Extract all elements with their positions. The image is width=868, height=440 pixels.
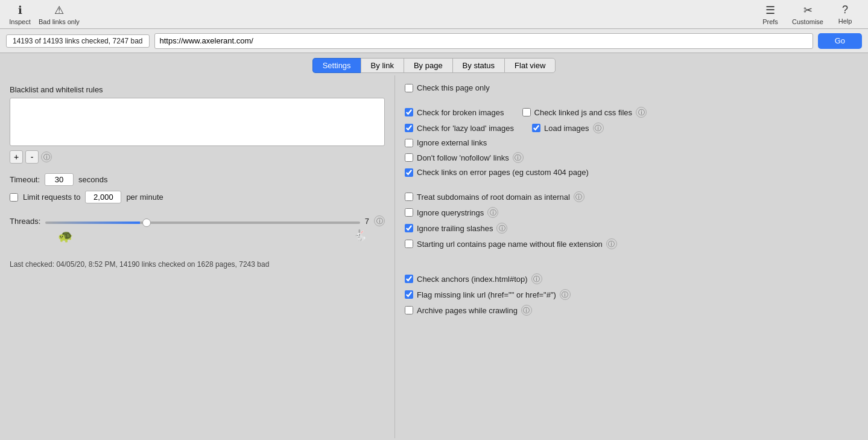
prefs-button[interactable]: ☰ Prefs	[752, 1, 788, 28]
check-linked-js-css-checkbox[interactable]	[522, 108, 531, 116]
limit-requests-checkbox[interactable]	[10, 193, 18, 202]
starting-url-checkbox[interactable]	[405, 240, 413, 248]
ignore-external-checkbox[interactable]	[405, 139, 413, 147]
go-button[interactable]: Go	[818, 33, 862, 49]
starting-url-info-button[interactable]: ⓘ	[606, 238, 617, 249]
check-broken-images-checkbox[interactable]	[405, 108, 413, 116]
fast-icon: 🐇	[353, 229, 367, 243]
prefs-label: Prefs	[762, 18, 778, 25]
ignore-trailing-slashes-label: Ignore trailing slashes	[417, 224, 493, 233]
inspect-label: Inspect	[9, 18, 30, 25]
threads-label: Threads:	[10, 217, 40, 226]
url-input[interactable]	[154, 33, 813, 49]
tab-by-page[interactable]: By page	[404, 58, 452, 73]
treat-subdomains-info-button[interactable]: ⓘ	[574, 191, 584, 202]
check-this-page-row: Check this page only	[405, 83, 858, 93]
check-this-page-checkbox[interactable]	[405, 84, 413, 92]
treat-subdomains-row: Treat subdomains of root domain as inter…	[405, 191, 858, 203]
check-anchors-checkbox[interactable]	[405, 275, 413, 283]
timeout-section: Timeout: seconds Limit requests to per m…	[10, 171, 385, 203]
ignore-querystrings-checkbox[interactable]	[405, 208, 413, 217]
url-bar-row: 14193 of 14193 links checked, 7247 bad G…	[0, 29, 868, 53]
check-error-pages-checkbox[interactable]	[405, 168, 413, 177]
check-lazy-load-label: Check for 'lazy load' images	[417, 124, 514, 133]
help-button[interactable]: ? Help	[827, 1, 863, 28]
ignore-external-row: Ignore external links	[405, 138, 858, 148]
timeout-label: Timeout:	[10, 175, 40, 184]
tab-flat-view[interactable]: Flat view	[504, 58, 556, 73]
slow-icon: 🐢	[58, 229, 73, 243]
toolbar-right: ☰ Prefs ✂ Customise ? Help	[752, 1, 863, 28]
customise-button[interactable]: ✂ Customise	[788, 1, 827, 28]
warning-icon: ⚠	[54, 4, 64, 17]
check-error-pages-label: Check links on error pages (eg custom 40…	[417, 168, 589, 177]
right-panel: Check this page only Check for broken im…	[395, 75, 868, 438]
ignore-trailing-slashes-checkbox[interactable]	[405, 224, 413, 232]
ignore-querystrings-info-button[interactable]: ⓘ	[487, 207, 498, 218]
no-follow-info-button[interactable]: ⓘ	[513, 152, 524, 163]
flag-missing-info-button[interactable]: ⓘ	[560, 289, 571, 300]
bad-links-button[interactable]: ⚠ Bad links only	[35, 1, 83, 28]
blacklist-title: Blacklist and whitelist rules	[10, 85, 385, 94]
check-broken-images-row: Check for broken images Check linked js …	[405, 106, 858, 118]
blacklist-controls: + - ⓘ	[10, 150, 385, 164]
check-lazy-load-checkbox[interactable]	[405, 124, 413, 132]
inspect-button[interactable]: ℹ Inspect	[5, 1, 35, 28]
load-images-checkbox[interactable]	[532, 124, 540, 132]
archive-pages-info-button[interactable]: ⓘ	[521, 305, 532, 316]
check-anchors-row: Check anchors (index.html#top) ⓘ	[405, 273, 858, 285]
add-rule-button[interactable]: +	[10, 150, 23, 164]
limit-unit: per minute	[126, 193, 163, 202]
limit-input[interactable]	[85, 191, 121, 203]
timeout-row: Timeout: seconds	[10, 173, 385, 186]
help-label: Help	[838, 18, 852, 25]
check-error-pages-row: Check links on error pages (eg custom 40…	[405, 167, 858, 177]
archive-pages-label: Archive pages while crawling	[417, 306, 518, 315]
no-follow-label: Don't follow 'nofollow' links	[417, 153, 509, 162]
load-images-info-button[interactable]: ⓘ	[593, 123, 604, 133]
slider-row: Threads: 7 ⓘ	[10, 215, 385, 226]
no-follow-checkbox[interactable]	[405, 153, 413, 162]
check-anchors-info-button[interactable]: ⓘ	[531, 273, 542, 284]
main-content: Blacklist and whitelist rules + - ⓘ Time…	[0, 75, 868, 438]
archive-pages-checkbox[interactable]	[405, 306, 413, 314]
blacklist-textarea[interactable]	[10, 98, 385, 146]
check-this-page-label: Check this page only	[417, 83, 490, 92]
help-icon: ?	[842, 4, 848, 16]
check-linked-info-button[interactable]: ⓘ	[636, 107, 647, 118]
threads-info-button[interactable]: ⓘ	[374, 215, 385, 226]
customise-label: Customise	[792, 18, 823, 25]
tab-by-link[interactable]: By link	[361, 58, 404, 73]
inspect-icon: ℹ	[18, 4, 22, 17]
check-anchors-label: Check anchors (index.html#top)	[417, 275, 528, 284]
slider-container	[45, 217, 360, 226]
flag-missing-checkbox[interactable]	[405, 290, 413, 299]
toolbar: ℹ Inspect ⚠ Bad links only ☰ Prefs ✂ Cus…	[0, 0, 868, 29]
ignore-querystrings-row: Ignore querystrings ⓘ	[405, 206, 858, 218]
ignore-querystrings-label: Ignore querystrings	[417, 208, 484, 217]
last-checked: Last checked: 04/05/20, 8:52 PM, 14190 l…	[10, 260, 385, 269]
treat-subdomains-checkbox[interactable]	[405, 193, 413, 201]
bad-links-label: Bad links only	[39, 18, 80, 25]
tabs-row: Settings By link By page By status Flat …	[0, 53, 868, 75]
ignore-external-label: Ignore external links	[417, 138, 487, 147]
check-lazy-load-row: Check for 'lazy load' images Load images…	[405, 122, 858, 134]
tab-settings[interactable]: Settings	[312, 58, 361, 73]
flag-missing-row: Flag missing link url (href="" or href="…	[405, 289, 858, 301]
customise-icon: ✂	[803, 4, 813, 17]
status-badge: 14193 of 14193 links checked, 7247 bad	[6, 34, 150, 48]
blacklist-info-button[interactable]: ⓘ	[41, 151, 52, 162]
archive-pages-row: Archive pages while crawling ⓘ	[405, 304, 858, 316]
ignore-trailing-slashes-info-button[interactable]: ⓘ	[496, 223, 507, 234]
flag-missing-label: Flag missing link url (href="" or href="…	[417, 290, 556, 299]
remove-rule-button[interactable]: -	[25, 150, 39, 164]
starting-url-row: Starting url contains page name without …	[405, 238, 858, 250]
ignore-trailing-slashes-row: Ignore trailing slashes ⓘ	[405, 222, 858, 234]
no-follow-row: Don't follow 'nofollow' links ⓘ	[405, 151, 858, 164]
treat-subdomains-label: Treat subdomains of root domain as inter…	[417, 193, 570, 202]
threads-slider[interactable]	[45, 222, 360, 224]
slider-icons: 🐢 🐇	[10, 229, 385, 243]
tab-by-status[interactable]: By status	[452, 58, 504, 73]
timeout-input[interactable]	[45, 173, 74, 186]
threads-value: 7	[365, 217, 369, 226]
